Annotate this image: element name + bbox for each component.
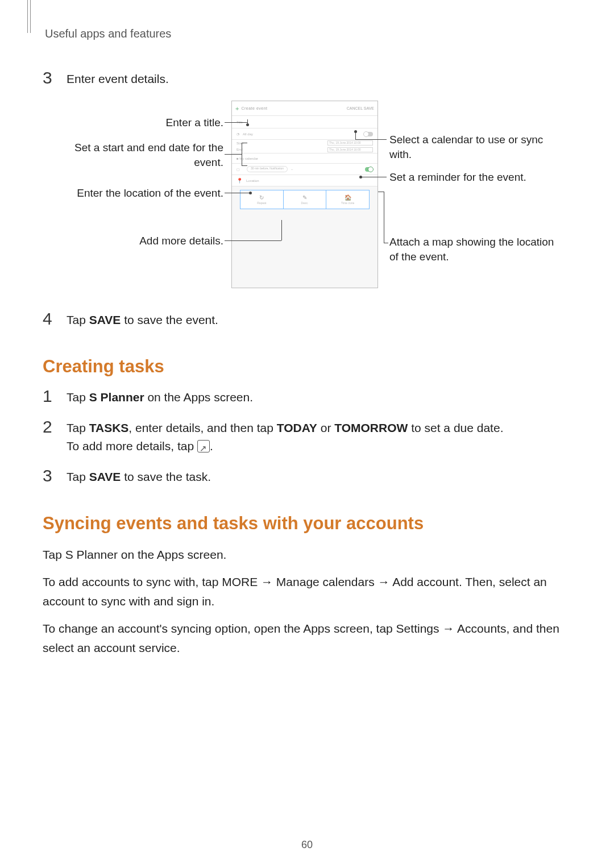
clock-icon: ◔: [237, 132, 239, 136]
t: to save the task.: [121, 470, 211, 483]
step-text: Tap SAVE to save the task.: [67, 468, 571, 486]
t-bold: Manage calendars: [276, 575, 375, 588]
phone-mock: + Create event CANCEL SAVE Title ◔ All d…: [231, 101, 378, 288]
sync-p3: To change an account's syncing option, o…: [43, 619, 571, 658]
t-bold: S Planner: [65, 548, 118, 561]
step-number: 2: [43, 419, 57, 435]
event-figure: + Create event CANCEL SAVE Title ◔ All d…: [43, 101, 571, 294]
lead-more-v: [281, 220, 282, 240]
location-placeholder: Location: [246, 179, 259, 182]
calendar-row: ■ My calendar: [232, 153, 377, 164]
tab-desc-label: Desc.: [301, 201, 309, 205]
tab-repeat-label: Repeat: [257, 201, 266, 205]
step-text: Enter event details.: [67, 70, 571, 88]
lead-cal-h: [355, 139, 387, 140]
bell-icon: ▢: [237, 167, 240, 171]
arrow: →: [439, 622, 458, 635]
lead-dates-v: [242, 143, 242, 165]
location-row: 📍 Location: [232, 175, 377, 186]
t: .: [210, 439, 213, 452]
t-bold: SAVE: [89, 313, 121, 326]
timezone-icon: 🏠: [345, 194, 351, 201]
start-datetime: Thu, 19 June 2014 10:00: [327, 140, 373, 146]
time-row: Start End Thu, 19 June 2014 10:00 Thu, 1…: [232, 140, 377, 153]
reminder-row: ▢ 30 min before, Notification –: [232, 164, 377, 175]
lead-dates-t1: [242, 143, 247, 143]
end-label: End: [237, 148, 244, 151]
phone-header: + Create event CANCEL SAVE: [232, 101, 377, 116]
step-4: 4 Tap SAVE to save the event.: [43, 311, 571, 329]
tab-desc: ✎Desc.: [283, 190, 326, 209]
t: Tap: [67, 421, 89, 434]
t-bold: TODAY: [277, 421, 317, 434]
tasks-step-1: 1 Tap S Planner on the Apps screen.: [43, 388, 571, 406]
phone-header-title: Create event: [241, 106, 346, 110]
lead-more-h: [225, 240, 281, 241]
arrow: →: [258, 575, 276, 588]
lead-title-dot: [246, 123, 249, 126]
tasks-step-2: 2 Tap TASKS, enter details, and then tap…: [43, 419, 571, 455]
t: on the Apps screen.: [118, 548, 226, 561]
heading-syncing: Syncing events and tasks with your accou…: [43, 513, 571, 534]
t: Tap: [67, 470, 89, 483]
t: Tap: [43, 548, 65, 561]
arrow: →: [375, 575, 393, 588]
callout-more: Add more details.: [43, 234, 223, 248]
heading-creating-tasks: Creating tasks: [43, 356, 571, 377]
lead-dates-h: [225, 154, 242, 155]
t: to set a due date.: [408, 421, 503, 434]
lead-title-h: [225, 122, 247, 123]
phone-header-actions: CANCEL SAVE: [347, 106, 374, 110]
section-a-list-2: 4 Tap SAVE to save the event.: [43, 311, 571, 329]
t: Tap: [67, 313, 89, 326]
calendar-label: ■ My calendar: [237, 157, 258, 160]
t: To add more details, tap: [67, 439, 197, 452]
pin-icon: 📍: [237, 178, 243, 184]
top-margin-rule: [27, 0, 31, 33]
lead-rem-dot: [359, 176, 362, 178]
allday-label: All day: [243, 132, 253, 136]
step-text: Tap SAVE to save the event.: [67, 311, 571, 329]
title-field: Title: [232, 116, 377, 128]
step-number: 3: [43, 70, 57, 86]
t: To add accounts to sync with, tap: [43, 575, 222, 588]
step-text: Tap S Planner on the Apps screen.: [67, 388, 571, 406]
t-bold: TOMORROW: [334, 421, 408, 434]
t-bold: TASKS: [89, 421, 129, 434]
t: Tap: [67, 391, 89, 404]
allday-switch: [364, 132, 373, 136]
callout-map: Attach a map showing the location of the…: [389, 235, 560, 264]
t: or: [317, 421, 334, 434]
t: on the Apps screen.: [144, 391, 253, 404]
reminder-chip: 30 min before, Notification: [247, 166, 288, 172]
callout-calendar: Select a calendar to use or sync with.: [389, 132, 560, 162]
lead-rem-h: [361, 177, 387, 177]
sync-p1: Tap S Planner on the Apps screen.: [43, 545, 571, 564]
start-label: Start: [237, 142, 244, 145]
detail-tabs: ↻Repeat ✎Desc. 🏠Time zone: [240, 190, 370, 209]
step-number: 1: [43, 388, 57, 404]
t-bold: Add account: [392, 575, 459, 588]
tab-tz-label: Time zone: [341, 201, 354, 205]
tasks-step-3: 3 Tap SAVE to save the task.: [43, 468, 571, 486]
tasks-list: 1 Tap S Planner on the Apps screen. 2 Ta…: [43, 388, 571, 486]
lead-map-v: [384, 192, 384, 243]
breadcrumb: Useful apps and features: [45, 27, 571, 40]
t-bold: MORE: [222, 575, 258, 588]
t-bold: S Planner: [89, 391, 144, 404]
expand-icon: [197, 440, 210, 452]
t: To change an account's syncing option, o…: [43, 622, 396, 635]
section-a-list: 3 Enter event details.: [43, 70, 571, 88]
step-number: 4: [43, 311, 57, 327]
lead-cal-dot: [354, 130, 357, 133]
lead-map-t: [378, 192, 384, 192]
end-datetime: Thu, 19 June 2014 16:00: [327, 147, 373, 152]
callout-reminder: Set a reminder for the event.: [389, 170, 560, 185]
sync-p2: To add accounts to sync with, tap MORE →…: [43, 572, 571, 611]
lead-dates-t2: [242, 165, 247, 166]
t: to save the event.: [121, 313, 218, 326]
lead-map-h: [384, 243, 388, 243]
page-number: 60: [0, 839, 614, 851]
lead-loc-h: [225, 193, 250, 193]
plus-icon: +: [235, 105, 239, 112]
